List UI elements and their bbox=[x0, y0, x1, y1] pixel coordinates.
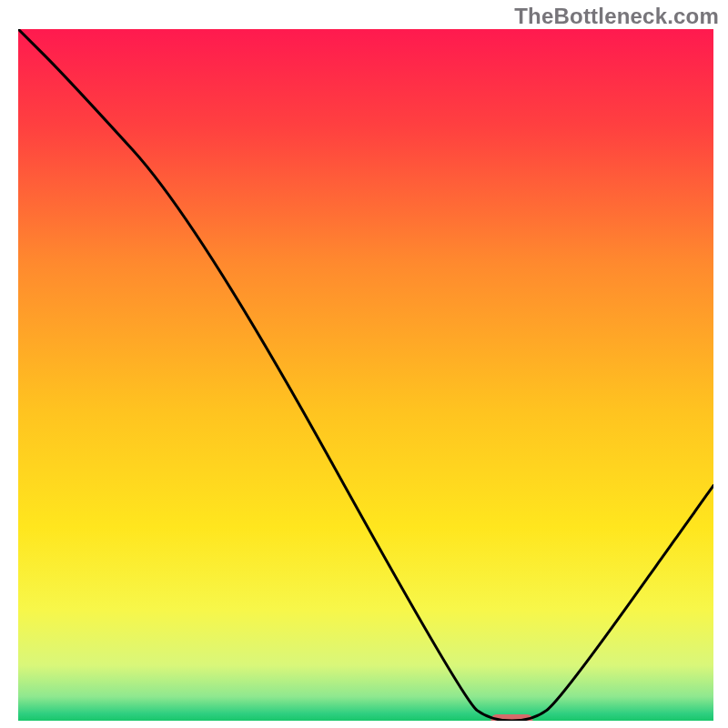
chart-stage: TheBottleneck.com bbox=[0, 0, 728, 728]
chart-background bbox=[18, 29, 713, 721]
chart-plot-area bbox=[18, 29, 713, 721]
chart-svg bbox=[18, 29, 713, 721]
watermark-text: TheBottleneck.com bbox=[514, 4, 719, 29]
